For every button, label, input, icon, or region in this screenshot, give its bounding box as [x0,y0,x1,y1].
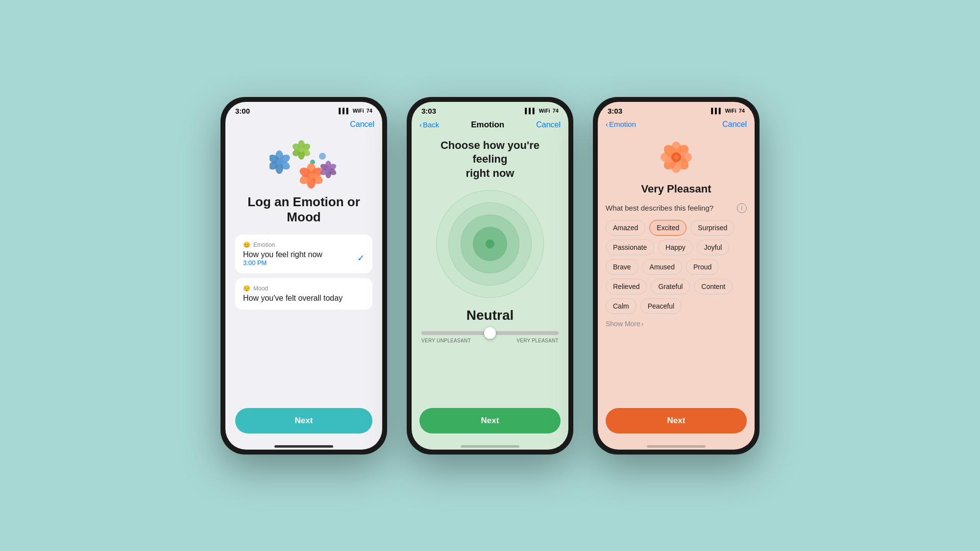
nav-cancel-3[interactable]: Cancel [722,120,747,129]
phone2-content: Choose how you're feelingright now Neutr… [412,134,568,441]
phone-3: 3:03 ▌▌▌ WiFi 74 ‹ Emotion Cancel [593,97,760,455]
tag-relieved[interactable]: Relieved [606,279,647,294]
emotion-value: Neutral [466,308,514,323]
emotion-description: How you feel right now [243,250,322,259]
tags-grid: Amazed Excited Surprised Passionate Happ… [606,220,747,314]
nav-bar-1: Cancel [225,118,382,133]
emotion-option-card[interactable]: 😊 Emotion How you feel right now 3:00 PM… [235,235,372,273]
chevron-right-icon: › [641,320,644,328]
slider-track[interactable] [421,331,559,335]
home-indicator-1 [274,445,333,448]
pleasant-title: Very Pleasant [606,183,747,195]
emotion-choose-title: Choose how you're feelingright now [412,139,568,181]
phone-1: 3:00 ▌▌▌ WiFi 74 Cancel [220,97,387,455]
signal-icon: ▌▌▌ [339,108,350,114]
flowers-svg [270,138,348,192]
nav-title-2: Emotion [471,120,504,130]
wifi-icon-2: WiFi [539,108,550,114]
tag-amazed[interactable]: Amazed [606,220,645,236]
mood-option-card[interactable]: 😌 Mood How you've felt overall today [235,278,372,310]
wifi-icon: WiFi [353,108,364,114]
tag-happy[interactable]: Happy [658,240,692,255]
info-icon[interactable]: i [737,203,747,213]
svg-point-6 [276,159,282,165]
tag-peaceful[interactable]: Peaceful [640,298,682,314]
home-indicator-2 [461,445,519,448]
feeling-question-row: What best describes this feeling? i [606,203,747,213]
chevron-left-icon-2: ‹ [419,120,422,129]
status-time-1: 3:00 [235,107,250,115]
tag-proud[interactable]: Proud [686,259,719,275]
back-button-2[interactable]: ‹ Back [419,120,439,129]
status-time-2: 3:03 [421,107,436,115]
slider-max-label: VERY PLEASANT [516,338,559,343]
phone1-content: Log an Emotion or Mood 😊 Emotion How you… [225,133,382,441]
tag-calm[interactable]: Calm [606,298,637,314]
screen-2: 3:03 ▌▌▌ WiFi 74 ‹ Back Emotion Cancel C… [412,102,568,450]
slider-min-label: VERY UNPLEASANT [421,338,471,343]
emotion-time: 3:00 PM [243,259,322,266]
tag-brave[interactable]: Brave [606,259,638,275]
pleasant-flower-icon [657,138,696,177]
slider-container[interactable]: VERY UNPLEASANT VERY PLEASANT [419,331,561,343]
phone3-content: Very Pleasant What best describes this f… [598,133,755,441]
chevron-left-icon-3: ‹ [606,120,608,128]
tag-joyful[interactable]: Joyful [697,240,730,255]
home-indicator-3 [647,445,706,448]
feeling-question-text: What best describes this feeling? [606,204,713,212]
slider-thumb[interactable] [484,327,496,339]
flower-cluster [270,138,338,187]
phone-2: 3:03 ▌▌▌ WiFi 74 ‹ Back Emotion Cancel C… [407,97,573,455]
status-icons-1: ▌▌▌ WiFi 74 [339,108,372,114]
mood-description: How you've felt overall today [243,294,365,303]
svg-point-13 [299,147,304,152]
next-button-1[interactable]: Next [235,408,372,433]
battery-icon: 74 [367,108,372,114]
mood-icon: 😌 [243,285,250,292]
signal-icon-2: ▌▌▌ [525,108,536,114]
status-icons-2: ▌▌▌ WiFi 74 [525,108,559,114]
signal-icon-3: ▌▌▌ [711,108,722,114]
screen-3: 3:03 ▌▌▌ WiFi 74 ‹ Emotion Cancel [598,102,755,450]
nav-cancel-2[interactable]: Cancel [536,120,561,129]
wifi-icon-3: WiFi [725,108,736,114]
show-more-btn[interactable]: Show More › [606,320,747,328]
emotion-info: How you feel right now 3:00 PM [243,250,322,266]
status-icons-3: ▌▌▌ WiFi 74 [711,108,745,114]
svg-point-39 [674,155,679,160]
nav-cancel-1[interactable]: Cancel [350,120,374,129]
main-title-1: Log an Emotion or Mood [235,194,372,225]
svg-point-22 [319,153,326,160]
tag-content[interactable]: Content [694,279,733,294]
status-bar-1: 3:00 ▌▌▌ WiFi 74 [225,102,382,118]
emotion-label: 😊 Emotion [243,241,365,248]
tag-grateful[interactable]: Grateful [651,279,690,294]
tag-amused[interactable]: Amused [642,259,682,275]
nav-bar-2: ‹ Back Emotion Cancel [412,118,568,134]
emotion-check: ✓ [357,253,365,264]
battery-icon-3: 74 [739,108,745,114]
emotion-row: How you feel right now 3:00 PM ✓ [243,250,365,266]
screen-1: 3:00 ▌▌▌ WiFi 74 Cancel [225,102,382,450]
tag-excited[interactable]: Excited [649,220,686,236]
emotion-circle[interactable] [436,190,544,298]
svg-point-29 [326,167,331,172]
next-button-3[interactable]: Next [606,408,747,433]
nav-bar-3: ‹ Emotion Cancel [598,118,755,133]
pleasant-flower-svg [657,138,696,177]
status-bar-2: 3:03 ▌▌▌ WiFi 74 [412,102,568,118]
emotion-icon: 😊 [243,241,250,248]
battery-icon-2: 74 [553,108,559,114]
tag-passionate[interactable]: Passionate [606,240,654,255]
svg-point-21 [308,173,314,179]
mood-label: 😌 Mood [243,285,365,292]
status-time-3: 3:03 [608,107,622,115]
back-button-3[interactable]: ‹ Emotion [606,120,636,128]
tag-surprised[interactable]: Surprised [690,220,735,236]
status-bar-3: 3:03 ▌▌▌ WiFi 74 [598,102,755,118]
next-button-2[interactable]: Next [419,408,561,433]
